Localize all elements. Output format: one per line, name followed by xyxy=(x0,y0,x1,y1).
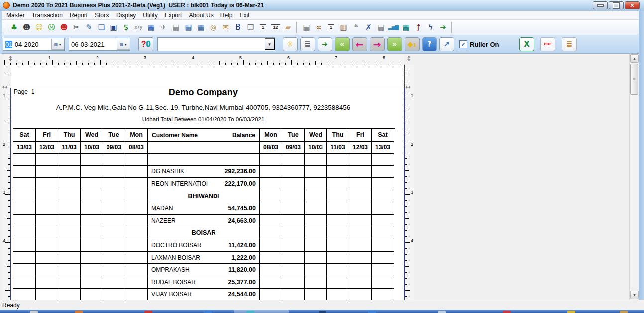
ruler-tick xyxy=(405,75,409,75)
ruler-updown-arrow-icon[interactable]: ↕ xyxy=(8,55,13,62)
scroll-down-button[interactable]: ▼ xyxy=(630,291,639,299)
first-page-button[interactable]: « xyxy=(335,37,350,51)
combobox-dropdown-button[interactable]: ▼ xyxy=(265,38,275,50)
page-one-button[interactable]: 1 xyxy=(257,21,269,33)
minimize-button[interactable] xyxy=(593,1,608,9)
mail-forward-button[interactable]: ✉ xyxy=(220,21,232,33)
grid-settings-button[interactable]: ≣ xyxy=(562,37,577,51)
cd-delivery-button[interactable]: ◎ xyxy=(208,21,219,33)
server-sync-button[interactable]: ▤ xyxy=(375,21,387,33)
scrollbar-thumb[interactable]: ≡ xyxy=(630,64,638,95)
date-from-field[interactable]: 01-04-2020 ▦▼ xyxy=(3,38,65,51)
windows-taskbar[interactable] xyxy=(0,310,644,313)
bar-chart-button[interactable]: ▂▅▇ xyxy=(388,21,400,33)
ruler-number: 5 xyxy=(239,55,242,60)
day-cell xyxy=(103,154,125,166)
ruler-checkbox[interactable]: ✓ xyxy=(459,40,467,48)
table-grid-button[interactable]: ▦ xyxy=(195,21,207,33)
page-number-button[interactable]: 1 xyxy=(325,21,337,33)
export-pdf-button[interactable]: PDF xyxy=(540,37,555,51)
menu-report[interactable]: Report xyxy=(66,11,91,19)
account-combobox[interactable]: ▼ xyxy=(157,37,275,51)
taskbar-app-icon[interactable] xyxy=(438,311,446,313)
taskbar-app-icon[interactable] xyxy=(204,311,212,313)
ruler-number: 7 xyxy=(335,55,337,60)
taskbar-app-icon[interactable] xyxy=(368,311,376,313)
last-page-button[interactable]: » xyxy=(387,37,402,51)
menu-utility[interactable]: Utility xyxy=(139,11,161,19)
function-fx-button[interactable]: ƒ xyxy=(413,21,425,33)
ruler-updown-arrow-icon[interactable]: ↕ xyxy=(406,55,412,62)
form-window-button[interactable]: ▣ xyxy=(108,21,120,33)
previous-page-button[interactable]: ← xyxy=(352,37,367,51)
export-buttons: XPDF≣ xyxy=(518,37,578,51)
menu-display[interactable]: Display xyxy=(113,11,139,19)
edit-note-button[interactable]: ✎ xyxy=(83,21,95,33)
taskbar-app-icon[interactable] xyxy=(503,311,511,313)
calculator-button[interactable]: ▦ xyxy=(400,21,412,33)
close-button[interactable]: ✕ xyxy=(625,1,640,9)
help-button[interactable]: ? xyxy=(422,37,437,51)
taskbar-app-icon[interactable] xyxy=(319,311,326,313)
palm-tree-button[interactable]: ♣ xyxy=(8,21,20,33)
paper-plane-button[interactable]: ✈ xyxy=(158,21,170,33)
scroll-up-button[interactable]: ▲ xyxy=(630,54,639,63)
date-to-field[interactable]: 06-03-2021 ▦▼ xyxy=(69,38,130,51)
detective-button[interactable]: ☻ xyxy=(21,21,33,33)
day-cell xyxy=(103,178,125,190)
vertical-scrollbar[interactable]: ▲ ≡ ▼ xyxy=(629,54,639,300)
bold-button[interactable]: B xyxy=(232,21,244,33)
taskbar-app-icon[interactable] xyxy=(30,311,38,313)
date-from-calendar-button[interactable]: ▦▼ xyxy=(51,39,64,50)
cabinet-add-button[interactable]: ▥ xyxy=(338,21,350,33)
taskbar-app-icon[interactable] xyxy=(620,311,628,313)
close-preview-button[interactable]: ➔ xyxy=(318,37,332,51)
taskbar-app-icon[interactable] xyxy=(144,311,152,313)
day-cell xyxy=(36,264,58,276)
spectacles-button[interactable]: ∞ xyxy=(313,21,325,33)
next-page-button[interactable]: → xyxy=(370,37,385,51)
ruler-leftright-arrow-icon[interactable]: ↔ xyxy=(405,83,411,91)
page-setup-button[interactable]: ◆₁ xyxy=(405,37,420,51)
taskbar-app-icon[interactable] xyxy=(75,311,83,313)
date-to-calendar-button[interactable]: ▦▼ xyxy=(117,39,130,50)
calendar-grid-button[interactable]: ▦ xyxy=(145,21,157,33)
database-button[interactable]: ▤ xyxy=(170,21,182,33)
print-button[interactable]: ≣ xyxy=(300,37,315,51)
red-mask-button[interactable]: ☻ xyxy=(58,21,70,33)
menu-transaction[interactable]: Transaction xyxy=(28,11,66,19)
formula-xy-button[interactable]: x+y xyxy=(133,21,145,33)
exit-door-button[interactable]: ➔ xyxy=(437,21,449,33)
menu-master[interactable]: Master xyxy=(3,11,28,19)
menu-export[interactable]: Export xyxy=(161,11,186,19)
tips-button[interactable]: ☼ xyxy=(283,37,298,51)
menu-help[interactable]: Help xyxy=(217,11,236,19)
money-bag-button[interactable]: $ xyxy=(120,21,132,33)
menu-about-us[interactable]: About Us xyxy=(185,11,216,19)
zoom-export-button[interactable]: ↗ xyxy=(439,37,454,51)
eraser-button[interactable]: ▰ xyxy=(282,21,294,33)
sad-smiley-button[interactable]: ☹ xyxy=(46,21,58,33)
menu-exit[interactable]: Exit xyxy=(236,11,253,19)
comment-button[interactable]: ❝ xyxy=(350,21,362,33)
add-nodes-button[interactable]: ❏ xyxy=(96,21,107,33)
scissors-button[interactable]: ✂ xyxy=(71,21,83,33)
day-cell xyxy=(305,166,327,178)
toolbar-grip[interactable] xyxy=(3,22,5,33)
taskbar-app-icon[interactable] xyxy=(567,311,575,313)
book-pages-button[interactable]: ❐ xyxy=(245,21,257,33)
day-cell xyxy=(282,276,305,289)
export-excel-button[interactable]: X xyxy=(519,37,534,51)
day-cell xyxy=(260,154,282,166)
database-add-button[interactable]: ▤ xyxy=(301,21,313,33)
page-onetwo-button[interactable]: 12 xyxy=(270,21,282,33)
menu-stock[interactable]: Stock xyxy=(91,11,113,19)
notebook-cross-button[interactable]: ✗ xyxy=(363,21,375,33)
restore-button[interactable] xyxy=(609,1,624,9)
ruler-leftright-arrow-icon[interactable]: ↔ xyxy=(2,83,8,91)
runner-button[interactable]: ϟ xyxy=(425,21,437,33)
table-blue-button[interactable]: ▦ xyxy=(183,21,195,33)
happy-smiley-button[interactable]: ☺ xyxy=(33,21,45,33)
taskbar-app-icon[interactable] xyxy=(246,311,254,313)
account-lookup-button[interactable]: ?0 xyxy=(138,37,153,51)
